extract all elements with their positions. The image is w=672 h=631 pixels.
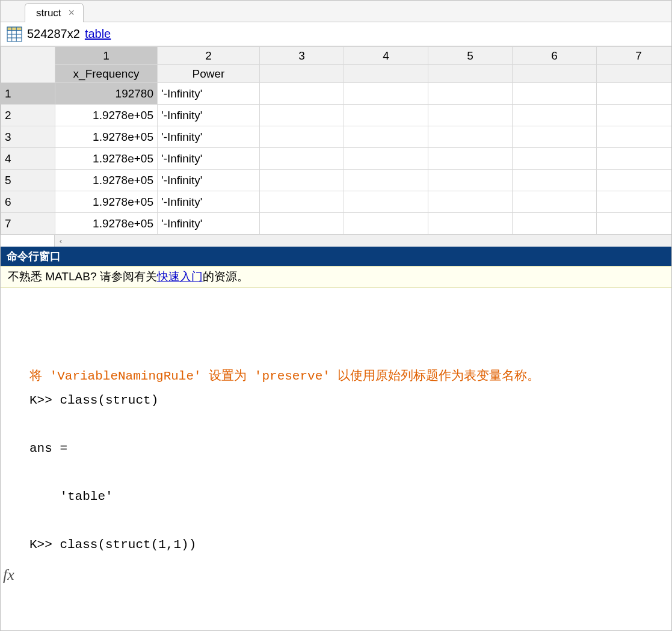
table-row[interactable]: 41.9278e+05'-Infinity' — [1, 148, 672, 170]
col-number-6[interactable]: 6 — [513, 47, 597, 65]
row-header[interactable]: 7 — [1, 213, 55, 235]
cmd-output-line: ans = — [29, 437, 671, 461]
cell-empty[interactable] — [597, 191, 672, 213]
cell-frequency[interactable]: 1.9278e+05 — [55, 126, 158, 148]
cell-frequency[interactable]: 1.9278e+05 — [55, 105, 158, 126]
cell-empty[interactable] — [597, 170, 672, 191]
table-row[interactable]: 31.9278e+05'-Infinity' — [1, 126, 672, 148]
col-name-1[interactable]: x_Frequency — [55, 65, 158, 83]
cell-power[interactable]: '-Infinity' — [158, 105, 260, 126]
cmd-output-line: ans = — [29, 581, 671, 588]
cell-empty[interactable] — [597, 213, 672, 235]
col-number-7[interactable]: 7 — [597, 47, 672, 65]
data-grid[interactable]: 1 2 3 4 5 6 7 x_Frequency Power 1192780'… — [1, 46, 671, 247]
cell-empty[interactable] — [344, 213, 428, 235]
cell-empty[interactable] — [513, 213, 597, 235]
cell-frequency[interactable]: 1.9278e+05 — [55, 213, 158, 235]
col-name-3[interactable] — [260, 65, 344, 83]
cell-power[interactable]: '-Infinity' — [158, 191, 260, 213]
row-header[interactable]: 4 — [1, 148, 55, 170]
cell-power[interactable]: '-Infinity' — [158, 170, 260, 191]
row-header[interactable]: 6 — [1, 191, 55, 213]
cell-frequency[interactable]: 1.9278e+05 — [55, 148, 158, 170]
row-header[interactable]: 5 — [1, 170, 55, 191]
row-header[interactable]: 2 — [1, 105, 55, 126]
cell-empty[interactable] — [260, 213, 344, 235]
cell-empty[interactable] — [260, 148, 344, 170]
col-name-7[interactable] — [597, 65, 672, 83]
cell-empty[interactable] — [260, 170, 344, 191]
close-icon[interactable]: × — [69, 7, 75, 19]
fx-prompt-icon[interactable]: fx — [3, 563, 14, 587]
cmd-warning-line: 将 'VariableNamingRule' 设置为 'preserve' 以使… — [29, 365, 671, 389]
cell-empty[interactable] — [513, 148, 597, 170]
cell-empty[interactable] — [344, 83, 428, 105]
col-number-4[interactable]: 4 — [344, 47, 428, 65]
cell-empty[interactable] — [513, 105, 597, 126]
command-window-body[interactable]: 将 'VariableNamingRule' 设置为 'preserve' 以使… — [1, 288, 671, 588]
table-row[interactable]: 51.9278e+05'-Infinity' — [1, 170, 672, 191]
cell-empty[interactable] — [428, 126, 513, 148]
cell-frequency[interactable]: 1.9278e+05 — [55, 170, 158, 191]
cell-empty[interactable] — [260, 191, 344, 213]
table-row[interactable]: 1192780'-Infinity' — [1, 83, 672, 105]
row-header[interactable]: 3 — [1, 126, 55, 148]
cell-empty[interactable] — [513, 191, 597, 213]
cell-empty[interactable] — [260, 105, 344, 126]
cell-empty[interactable] — [260, 126, 344, 148]
cell-empty[interactable] — [513, 170, 597, 191]
scrollbar-gutter — [1, 235, 55, 247]
banner-suffix: 的资源。 — [203, 269, 248, 285]
cell-empty[interactable] — [428, 105, 513, 126]
col-name-6[interactable] — [513, 65, 597, 83]
cell-empty[interactable] — [597, 105, 672, 126]
cell-empty[interactable] — [428, 83, 513, 105]
variable-summary: 524287x2 table — [1, 22, 671, 46]
horizontal-scrollbar[interactable]: ‹ — [1, 235, 671, 247]
scroll-left-icon[interactable]: ‹ — [55, 235, 67, 247]
table-icon — [7, 26, 22, 42]
table-row[interactable]: 21.9278e+05'-Infinity' — [1, 105, 672, 126]
table-row[interactable]: 71.9278e+05'-Infinity' — [1, 213, 672, 235]
col-name-5[interactable] — [428, 65, 513, 83]
cell-empty[interactable] — [344, 148, 428, 170]
cell-empty[interactable] — [428, 170, 513, 191]
cell-empty[interactable] — [597, 148, 672, 170]
col-number-2[interactable]: 2 — [158, 47, 260, 65]
cell-power[interactable]: '-Infinity' — [158, 83, 260, 105]
cell-empty[interactable] — [344, 170, 428, 191]
grid-corner[interactable] — [1, 47, 55, 83]
cell-empty[interactable] — [597, 83, 672, 105]
cell-empty[interactable] — [344, 191, 428, 213]
cell-empty[interactable] — [428, 191, 513, 213]
cmd-output-line — [29, 413, 671, 437]
column-name-row: x_Frequency Power — [1, 65, 672, 83]
getting-started-link[interactable]: 快速入门 — [157, 269, 203, 285]
cell-frequency[interactable]: 192780 — [55, 83, 158, 105]
cell-empty[interactable] — [260, 83, 344, 105]
cell-power[interactable]: '-Infinity' — [158, 148, 260, 170]
cell-empty[interactable] — [428, 213, 513, 235]
col-name-4[interactable] — [344, 65, 428, 83]
cell-empty[interactable] — [344, 105, 428, 126]
cell-empty[interactable] — [428, 148, 513, 170]
col-number-5[interactable]: 5 — [428, 47, 513, 65]
cell-power[interactable]: '-Infinity' — [158, 126, 260, 148]
banner-prefix: 不熟悉 MATLAB? 请参阅有关 — [8, 269, 157, 285]
cell-empty[interactable] — [513, 83, 597, 105]
cell-empty[interactable] — [597, 126, 672, 148]
cell-empty[interactable] — [344, 126, 428, 148]
cmd-output-line — [29, 557, 671, 581]
scrollbar-track[interactable] — [67, 235, 671, 247]
type-link[interactable]: table — [85, 27, 111, 41]
cmd-prompt-line: K>> class(struct(1,1)) — [29, 533, 671, 557]
row-header[interactable]: 1 — [1, 83, 55, 105]
cell-frequency[interactable]: 1.9278e+05 — [55, 191, 158, 213]
col-number-1[interactable]: 1 — [55, 47, 158, 65]
col-name-2[interactable]: Power — [158, 65, 260, 83]
col-number-3[interactable]: 3 — [260, 47, 344, 65]
cell-power[interactable]: '-Infinity' — [158, 213, 260, 235]
cell-empty[interactable] — [513, 126, 597, 148]
table-row[interactable]: 61.9278e+05'-Infinity' — [1, 191, 672, 213]
tab-struct[interactable]: struct × — [25, 3, 84, 22]
